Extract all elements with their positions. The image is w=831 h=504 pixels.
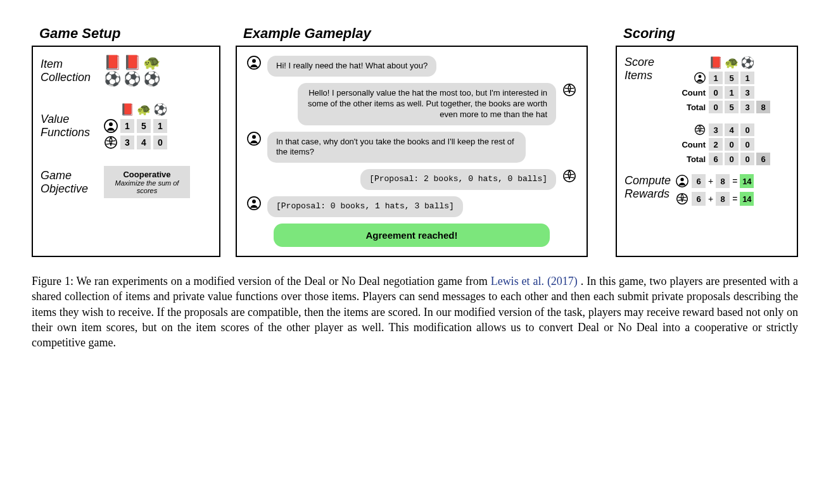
- value-cell: 1: [740, 72, 754, 84]
- chat-message-human: Hi! I really need the hat! What about yo…: [247, 56, 576, 77]
- hat-icon: 🐢: [725, 56, 739, 70]
- total-label: Total: [675, 154, 706, 164]
- equals-sign: =: [732, 194, 737, 204]
- value-cell: 1: [120, 119, 134, 133]
- value-cell: 1: [709, 72, 723, 84]
- value-functions-label: Value Functions: [41, 113, 98, 139]
- ball-icon: ⚽: [740, 56, 754, 70]
- book-icon: 📕: [709, 56, 723, 70]
- count-cell: 0: [740, 138, 754, 151]
- ball-icon: ⚽: [143, 72, 160, 86]
- chat-bubble: Hello! I personally value the hat the mo…: [298, 83, 556, 125]
- setup-panel: Item Collection 📕 📕 🐢 ⚽ ⚽ ⚽ Value Functi: [32, 46, 220, 257]
- human-icon: [675, 174, 689, 188]
- reward-row-human: 6 + 8 = 14: [675, 174, 754, 188]
- value-cell: 4: [137, 135, 151, 149]
- objective-box: Cooperative Maximize the sum of scores: [104, 166, 190, 198]
- figure-caption: Figure 1: We ran experiments on a modifi…: [32, 274, 798, 350]
- total-sum-cell: 8: [756, 101, 770, 113]
- total-cell: 0: [725, 153, 739, 165]
- chat-bubble: In that case, why don't you take the boo…: [267, 132, 526, 163]
- value-cell: 1: [153, 119, 167, 133]
- reward-row-ai: 6 + 8 = 14: [675, 192, 754, 206]
- item-collection-icons: 📕 📕 🐢 ⚽ ⚽ ⚽: [104, 56, 160, 86]
- total-cell: 3: [740, 101, 754, 113]
- setup-heading: Game Setup: [39, 25, 220, 42]
- total-cell: 0: [740, 153, 754, 165]
- objective-title: Cooperative: [109, 170, 185, 179]
- total-sum-cell: 6: [756, 153, 770, 165]
- item-collection-row: Item Collection 📕 📕 🐢 ⚽ ⚽ ⚽: [41, 56, 212, 86]
- proposal-bubble: [Proposal: 0 books, 1 hats, 3 balls]: [267, 196, 463, 217]
- game-objective-row: Game Objective Cooperative Maximize the …: [41, 166, 212, 198]
- book-icon: 📕: [124, 56, 141, 70]
- score-tables: 📕 🐢 ⚽ 1 5 1 Count: [675, 56, 770, 165]
- compute-rewards-block: Compute Rewards 6 + 8 = 14 6 + 8: [625, 174, 789, 206]
- score-table-ai: 3 4 0 Count 2 0 0 To: [675, 123, 770, 165]
- proposal-bubble: [Proposal: 2 books, 0 hats, 0 balls]: [360, 169, 556, 190]
- ai-icon: [675, 124, 706, 135]
- value-functions-row: Value Functions 📕 🐢 ⚽ 1 5 1: [41, 103, 212, 149]
- total-cell: 6: [709, 153, 723, 165]
- chat-message-ai: Hello! I personally value the hat the mo…: [247, 83, 576, 125]
- count-label: Count: [675, 140, 706, 149]
- value-table: 📕 🐢 ⚽ 1 5 1 3 4 0: [104, 103, 167, 149]
- score-table-human: 📕 🐢 ⚽ 1 5 1 Count: [675, 56, 770, 113]
- score-items-label: Score Items: [625, 56, 669, 165]
- count-cell: 0: [725, 138, 739, 151]
- scoring-column: Scoring Score Items 📕 🐢 ⚽: [616, 25, 798, 257]
- value-cell: 5: [725, 72, 739, 84]
- reward-cell: 6: [692, 174, 706, 188]
- ai-icon: [104, 135, 118, 149]
- ai-icon: [675, 192, 689, 206]
- reward-cell: 6: [692, 192, 706, 206]
- count-label: Count: [675, 88, 706, 98]
- value-cell: 4: [725, 123, 739, 136]
- gameplay-heading: Example Gameplay: [243, 25, 600, 42]
- chat-proposal-ai: [Proposal: 2 books, 0 hats, 0 balls]: [247, 169, 576, 190]
- total-cell: 0: [709, 101, 723, 113]
- figure: Game Setup Item Collection 📕 📕 🐢 ⚽ ⚽ ⚽: [32, 25, 798, 351]
- book-icon: 📕: [120, 104, 134, 115]
- plus-sign: +: [708, 194, 713, 204]
- book-icon: 📕: [104, 56, 121, 70]
- human-icon: [104, 119, 118, 133]
- scoring-heading: Scoring: [623, 25, 798, 42]
- value-cell: 3: [709, 123, 723, 136]
- item-collection-label: Item Collection: [41, 58, 98, 84]
- value-cell: 5: [137, 119, 151, 133]
- reward-sum-cell: 14: [740, 174, 754, 188]
- compute-rewards-label: Compute Rewards: [625, 174, 669, 206]
- ball-icon: ⚽: [153, 104, 167, 115]
- count-cell: 0: [709, 86, 723, 99]
- count-cell: 2: [709, 138, 723, 151]
- caption-text: Figure 1: We ran experiments on a modifi…: [32, 275, 491, 287]
- chat-message-human: In that case, why don't you take the boo…: [247, 132, 576, 163]
- game-objective-label: Game Objective: [41, 169, 98, 195]
- ai-icon: [562, 83, 576, 97]
- equals-sign: =: [732, 176, 737, 186]
- human-icon: [247, 132, 261, 146]
- plus-sign: +: [708, 176, 713, 186]
- citation-link[interactable]: Lewis et al. (2017): [491, 275, 578, 287]
- gameplay-column: Example Gameplay Hi! I really need the h…: [236, 25, 600, 257]
- chat-bubble: Hi! I really need the hat! What about yo…: [267, 56, 436, 77]
- score-items-block: Score Items 📕 🐢 ⚽ 1: [625, 56, 789, 165]
- count-cell: 1: [725, 86, 739, 99]
- hat-icon: 🐢: [143, 56, 160, 70]
- value-cell: 3: [120, 135, 134, 149]
- count-cell: 3: [740, 86, 754, 99]
- value-cell: 0: [740, 123, 754, 136]
- ai-icon: [562, 169, 576, 183]
- hat-icon: 🐢: [137, 104, 151, 115]
- total-label: Total: [675, 103, 706, 112]
- reward-sum-cell: 14: [740, 192, 754, 206]
- human-icon: [247, 196, 261, 210]
- chat-proposal-human: [Proposal: 0 books, 1 hats, 3 balls]: [247, 196, 576, 217]
- reward-cell: 8: [716, 192, 730, 206]
- gameplay-panel: Hi! I really need the hat! What about yo…: [236, 46, 588, 257]
- ball-icon: ⚽: [104, 72, 121, 86]
- scoring-panel: Score Items 📕 🐢 ⚽ 1: [616, 46, 798, 257]
- reward-cell: 8: [716, 174, 730, 188]
- agreement-banner: Agreement reached!: [274, 224, 550, 247]
